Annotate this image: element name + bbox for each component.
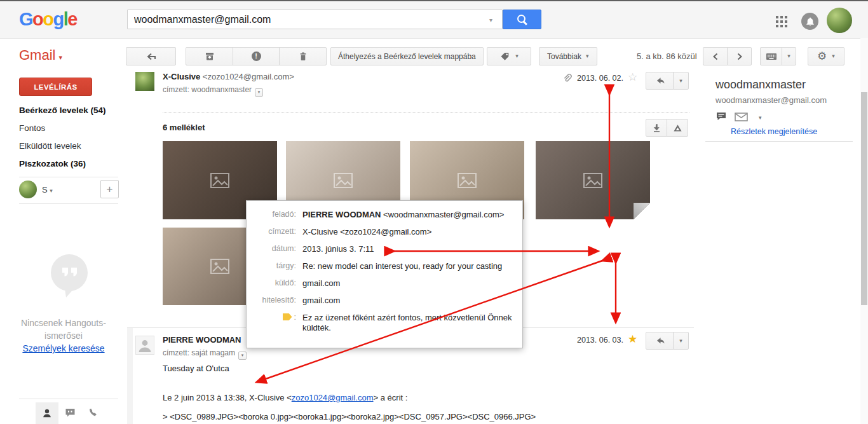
archive-button[interactable] <box>186 47 233 65</box>
sidebar-divider <box>19 203 118 204</box>
photo-placeholder-icon <box>458 173 477 188</box>
new-hangout-button[interactable]: + <box>100 180 119 198</box>
email1-from: X-Clusive <zozo1024@gmail.com> <box>163 72 294 81</box>
details-row-from: feladó: PIERRE WOODMAN <woodmanxmaster@g… <box>247 209 522 226</box>
chevron-down-icon: ▾ <box>515 53 519 59</box>
message-actions-group: ! <box>186 47 327 65</box>
email2-date: 2013. 06. 03. <box>577 336 623 345</box>
envelope-icon <box>735 113 748 121</box>
email2-reply-group: ▾ <box>646 332 689 350</box>
contact-panel-divider <box>705 141 853 142</box>
email1-reply-group: ▾ <box>646 72 689 90</box>
importance-marker-icon <box>283 313 292 320</box>
notifications-bell-icon[interactable] <box>801 13 818 30</box>
sender-avatar-default[interactable] <box>135 336 154 355</box>
quoted-sender-link[interactable]: zozo1024@gmail.com <box>292 393 374 402</box>
archive-icon <box>204 51 215 62</box>
labels-button[interactable]: ▾ <box>487 47 531 65</box>
email2-to: címzett: saját magam▾ <box>163 348 247 360</box>
show-details-caret[interactable]: ▾ <box>238 352 247 360</box>
label-tag-icon <box>499 51 510 62</box>
sidebar-item-sent[interactable]: Elküldött levelek <box>19 141 81 151</box>
chevron-left-icon <box>711 51 720 62</box>
attachment-thumbnail-4[interactable] <box>536 141 650 219</box>
save-to-drive-button[interactable] <box>667 119 688 137</box>
attachment-paperclip-icon <box>562 73 572 83</box>
chevron-down-icon: ▾ <box>832 53 835 59</box>
scrollbar-thumb[interactable] <box>861 92 867 305</box>
star-filled-icon[interactable]: ★ <box>628 334 637 345</box>
contact-more-caret[interactable]: ▾ <box>759 115 762 121</box>
search-input[interactable] <box>127 10 503 29</box>
chevron-down-icon: ▾ <box>586 53 589 59</box>
sidebar-item-important[interactable]: Fontos <box>19 123 45 133</box>
sidebar-divider <box>19 177 118 177</box>
email2-from: PIERRE WOODMAN <box>163 335 241 345</box>
older-email-button[interactable] <box>727 47 752 65</box>
hangouts-conversations-tab[interactable] <box>64 407 76 418</box>
input-tools-caret[interactable]: ▾ <box>782 47 796 65</box>
input-tools-button[interactable] <box>760 47 782 65</box>
email2-body-line: Tuesday at O'utca <box>163 364 229 373</box>
back-to-list-button[interactable] <box>126 47 176 65</box>
email1-date: 2013. 06. 02. <box>577 74 623 83</box>
apps-grid-icon[interactable] <box>776 16 787 27</box>
gmail-app: Google ▾ Gmail▾ ! <box>0 0 868 424</box>
contact-chat-button[interactable] <box>715 111 727 121</box>
show-details-link[interactable]: Részletek megjelenítése <box>731 127 817 136</box>
settings-button[interactable]: ⚙ ▾ <box>808 47 844 65</box>
contact-name: woodmanxmaster <box>715 78 806 92</box>
details-row-date: dátum: 2013. június 3. 7:11 <box>247 243 522 261</box>
star-outline-icon[interactable]: ☆ <box>628 72 637 83</box>
spam-icon: ! <box>252 51 261 61</box>
delete-button[interactable] <box>279 47 327 65</box>
attachments-actions-group <box>646 119 688 137</box>
person-silhouette-icon <box>136 336 154 354</box>
hangouts-empty-text: Nincsenek Hangouts- <box>0 318 127 328</box>
details-row-importance: : Ez az üzenet főként azért fontos, mert… <box>247 312 522 333</box>
search-options-caret[interactable]: ▾ <box>489 17 492 24</box>
trash-icon <box>297 51 309 62</box>
chevron-down-icon: ▾ <box>58 53 62 62</box>
show-details-caret[interactable]: ▾ <box>255 88 263 97</box>
sidebar-item-inbox[interactable]: Beérkező levelek (54) <box>19 106 106 115</box>
reply-button[interactable] <box>646 332 674 350</box>
gmail-brand-menu[interactable]: Gmail▾ <box>19 47 62 64</box>
thread-nav-group <box>703 47 752 65</box>
search-button[interactable] <box>503 10 541 29</box>
more-actions-button[interactable]: Továbbiak ▾ <box>539 47 597 65</box>
contact-email: woodmanxmaster@gmail.com <box>715 95 827 105</box>
sender-avatar[interactable] <box>135 72 154 91</box>
hangouts-contacts-tab[interactable] <box>36 402 58 424</box>
hangouts-profile-avatar[interactable] <box>19 181 37 198</box>
sidebar-item-drafts[interactable]: Piszkozatok (36) <box>19 159 86 168</box>
hangouts-empty-text: ismerősei <box>0 331 127 341</box>
photo-placeholder-icon <box>210 173 229 188</box>
contact-email-button[interactable] <box>735 113 748 121</box>
account-avatar[interactable] <box>827 8 852 33</box>
hangouts-search-people-link[interactable]: Személyek keresése <box>0 343 127 353</box>
chevron-right-icon <box>735 51 744 62</box>
reply-options-caret[interactable]: ▾ <box>673 72 689 90</box>
chat-bubble-icon <box>64 407 76 418</box>
attachments-divider <box>163 113 689 113</box>
reply-button[interactable] <box>646 72 674 90</box>
photo-placeholder-icon <box>210 259 229 274</box>
newer-email-button[interactable] <box>703 47 728 65</box>
person-icon <box>41 407 53 419</box>
drive-icon <box>672 123 683 133</box>
chat-card-icon <box>715 111 727 121</box>
reply-options-caret[interactable]: ▾ <box>673 332 689 350</box>
google-logo[interactable]: Google <box>19 9 77 30</box>
report-spam-button[interactable]: ! <box>233 47 280 65</box>
details-row-signed-by: hitelesítő: gmail.com <box>247 295 522 312</box>
hangouts-calls-tab[interactable] <box>87 407 98 418</box>
compose-button[interactable]: LEVÉLÍRÁS <box>19 78 92 96</box>
reply-arrow-icon <box>654 76 665 86</box>
download-all-button[interactable] <box>646 119 667 137</box>
details-row-subject: tárgy: Re: new model can interest you, r… <box>247 261 522 278</box>
hangouts-profile-name[interactable]: S ▾ <box>42 185 53 195</box>
move-to-inbox-button[interactable]: Áthelyezés a Beérkező levelek mappába <box>330 47 484 65</box>
hangouts-icon <box>50 253 90 299</box>
quote-gutter <box>127 328 133 424</box>
